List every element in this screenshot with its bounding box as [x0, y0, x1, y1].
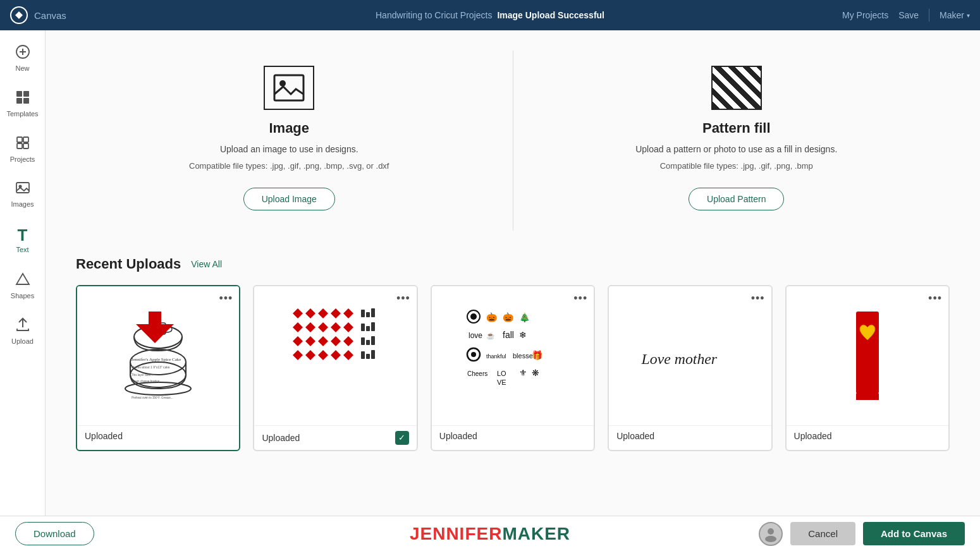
svg-rect-53 [371, 322, 375, 331]
pattern-card-title: Pattern fill [702, 120, 771, 136]
svg-rect-10 [17, 143, 22, 148]
svg-rect-54 [361, 337, 365, 345]
sidebar-new-label: New [15, 64, 29, 72]
thumb-footer-2: Uploaded ✓ [254, 425, 416, 450]
svg-marker-46 [331, 350, 341, 360]
more-options-1[interactable]: ••• [219, 293, 233, 304]
more-options-2[interactable]: ••• [396, 293, 410, 304]
svg-marker-43 [293, 350, 303, 360]
sidebar-item-new[interactable]: New [0, 35, 46, 81]
svg-text:This layer cake...: This layer cake... [132, 373, 153, 377]
download-button[interactable]: Download [15, 522, 94, 545]
svg-marker-33 [293, 322, 303, 332]
svg-marker-42 [343, 336, 353, 346]
svg-marker-14 [16, 274, 29, 284]
bottom-bar: Download JENNIFERMAKER Cancel Add to Can… [0, 516, 980, 551]
svg-rect-49 [366, 312, 370, 317]
svg-text:LO: LO [497, 370, 506, 377]
svg-text:fall: fall [503, 330, 514, 340]
image-card-desc: Upload an image to use in designs. [220, 143, 358, 156]
svg-rect-5 [23, 91, 29, 97]
thumb-footer-5: Uploaded [787, 425, 948, 446]
thumb-label-1: Uploaded [85, 431, 123, 441]
thumb-label-4: Uploaded [616, 431, 654, 441]
sidebar-upload-label: Upload [11, 337, 34, 345]
avatar [759, 522, 783, 546]
new-icon [15, 44, 30, 62]
svg-text:thankful: thankful [486, 353, 506, 360]
content-area: Image Upload an image to use in designs.… [46, 30, 980, 551]
upload-thumb-4[interactable]: ••• Love mother Uploaded [608, 285, 772, 451]
more-options-5[interactable]: ••• [928, 293, 942, 304]
svg-marker-38 [293, 336, 303, 346]
sidebar-item-upload[interactable]: Upload [0, 308, 46, 354]
maker-label: Maker [940, 10, 964, 20]
svg-text:Jennifer's Apple Spice Cake: Jennifer's Apple Spice Cake [132, 357, 181, 362]
svg-text:❋: ❋ [532, 368, 539, 378]
save-link[interactable]: Save [898, 10, 919, 20]
svg-marker-45 [318, 350, 328, 360]
svg-point-82 [768, 528, 774, 535]
nav-divider [929, 9, 929, 21]
svg-marker-34 [305, 322, 315, 332]
more-options-3[interactable]: ••• [573, 293, 587, 304]
sidebar-item-text[interactable]: T Text [0, 217, 46, 263]
svg-rect-12 [16, 183, 29, 193]
sidebar-templates-label: Templates [6, 110, 38, 118]
upload-image-button[interactable]: Upload Image [243, 188, 335, 210]
pattern-icon-box [711, 66, 762, 110]
svg-point-83 [765, 536, 776, 542]
svg-point-61 [470, 313, 477, 320]
upload-thumb-1[interactable]: ••• [76, 285, 240, 451]
add-to-canvas-button[interactable]: Add to Canvas [863, 522, 965, 545]
sidebar-item-projects[interactable]: Projects [0, 126, 46, 172]
svg-marker-30 [318, 308, 328, 318]
sidebar-shapes-label: Shapes [11, 292, 34, 300]
thumb-label-5: Uploaded [794, 431, 832, 441]
svg-marker-44 [305, 350, 315, 360]
templates-icon [15, 90, 30, 107]
checkmark-badge-2: ✓ [395, 431, 409, 445]
svg-rect-56 [371, 336, 375, 345]
svg-text:Love mother: Love mother [641, 350, 718, 366]
sidebar-item-images[interactable]: Images [0, 172, 46, 217]
nav-left: Canvas [10, 6, 66, 24]
projects-icon [15, 135, 30, 153]
svg-text:love: love [469, 331, 482, 340]
sidebar-item-templates[interactable]: Templates [0, 81, 46, 126]
recent-uploads-title: Recent Uploads [76, 256, 181, 272]
image-upload-card: Image Upload an image to use in designs.… [76, 51, 503, 231]
svg-marker-31 [331, 308, 341, 318]
image-card-title: Image [269, 120, 309, 136]
svg-marker-28 [293, 308, 303, 318]
nav-canvas-label[interactable]: Canvas [34, 10, 66, 21]
shapes-icon [15, 272, 30, 289]
upload-icon [16, 317, 30, 335]
svg-text:Makes about 1 9"x13" cake: Makes about 1 9"x13" cake [132, 365, 170, 369]
uploads-grid: ••• [76, 285, 950, 451]
thumb-footer-4: Uploaded [609, 425, 771, 446]
my-projects-link[interactable]: My Projects [842, 10, 888, 20]
svg-rect-50 [371, 308, 375, 317]
bottom-bar-right: Cancel Add to Canvas [759, 522, 965, 546]
svg-marker-40 [318, 336, 328, 346]
svg-rect-9 [23, 137, 28, 142]
more-options-4[interactable]: ••• [751, 293, 765, 304]
sidebar-item-shapes[interactable]: Shapes [0, 263, 46, 308]
image-file-types: Compatible file types: .jpg, .gif, .png,… [189, 160, 389, 173]
cancel-button[interactable]: Cancel [790, 522, 855, 545]
svg-marker-36 [331, 322, 341, 332]
pattern-card-desc: Upload a pattern or photo to use as a fi… [635, 143, 837, 156]
pattern-upload-card: Pattern fill Upload a pattern or photo t… [524, 51, 950, 231]
nav-maker[interactable]: Maker ▾ [940, 10, 970, 20]
svg-marker-22 [136, 312, 174, 343]
svg-text:🎄: 🎄 [519, 312, 530, 323]
upload-thumb-5[interactable]: ••• Uploaded [785, 285, 950, 451]
view-all-link[interactable]: View All [191, 259, 222, 269]
svg-marker-35 [318, 322, 328, 332]
svg-text:🎁: 🎁 [532, 350, 543, 361]
upload-pattern-button[interactable]: Upload Pattern [689, 188, 784, 210]
svg-text:❄: ❄ [519, 330, 527, 340]
upload-thumb-3[interactable]: ••• 🎃 🎃 🎄 love ☕ fall ❄ [431, 285, 595, 451]
upload-thumb-2[interactable]: ••• [253, 285, 417, 451]
